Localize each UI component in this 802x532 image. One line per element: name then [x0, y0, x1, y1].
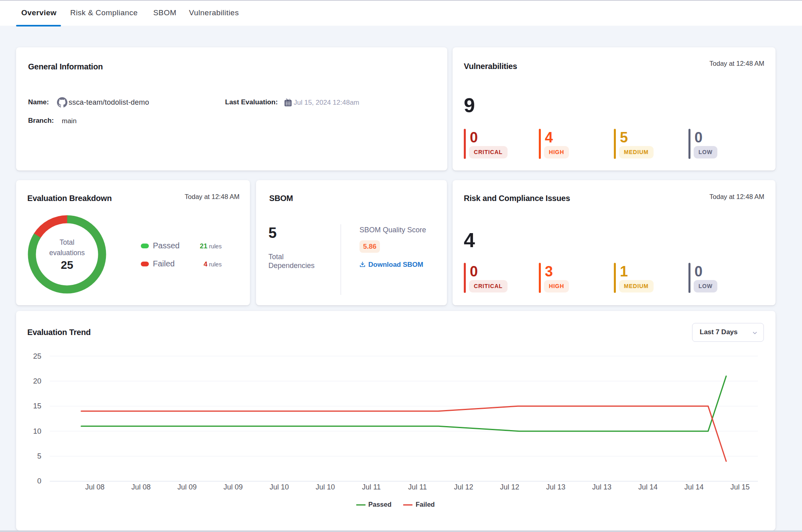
svg-text:Jul 12: Jul 12 [500, 483, 519, 491]
svg-text:Jul 09: Jul 09 [177, 483, 197, 491]
svg-text:25: 25 [33, 352, 41, 360]
svg-text:Jul 13: Jul 13 [592, 483, 611, 491]
svg-text:0: 0 [37, 477, 41, 485]
svg-text:15: 15 [33, 402, 41, 410]
svg-text:Jul 15: Jul 15 [731, 483, 750, 491]
svg-text:Jul 12: Jul 12 [454, 483, 473, 491]
svg-text:Jul 10: Jul 10 [316, 483, 335, 491]
svg-text:10: 10 [33, 427, 41, 435]
svg-text:Jul 13: Jul 13 [546, 483, 565, 491]
svg-text:Jul 09: Jul 09 [223, 483, 243, 491]
svg-text:Jul 10: Jul 10 [270, 483, 289, 491]
svg-text:Jul 11: Jul 11 [362, 483, 381, 491]
svg-text:5: 5 [37, 452, 41, 460]
svg-text:Jul 11: Jul 11 [408, 483, 427, 491]
svg-text:Jul 14: Jul 14 [684, 483, 704, 491]
svg-text:Jul 08: Jul 08 [131, 483, 150, 491]
svg-text:20: 20 [33, 377, 41, 385]
svg-text:Jul 08: Jul 08 [85, 483, 104, 491]
svg-text:Jul 14: Jul 14 [638, 483, 658, 491]
